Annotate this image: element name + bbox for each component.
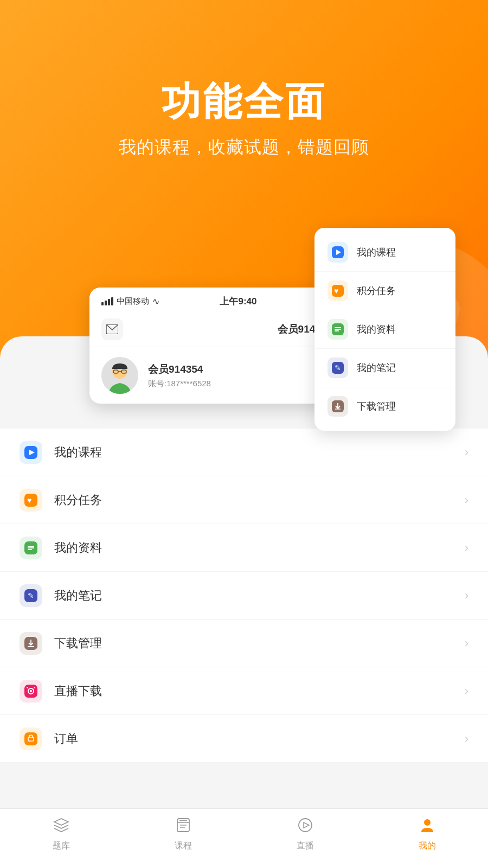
floating-notes-label: 我的笔记	[357, 361, 396, 374]
svg-rect-7	[335, 330, 339, 331]
svg-marker-47	[304, 822, 309, 828]
order-list-icon	[20, 727, 42, 750]
status-time: 上午9:40	[220, 295, 256, 308]
live-download-list-label: 直播下载	[54, 683, 102, 699]
svg-text:✎: ✎	[28, 591, 34, 600]
nav-label-mine: 我的	[419, 840, 436, 852]
list-item-left: 我的资料	[20, 537, 102, 559]
profile-account: 账号:187****6528	[148, 379, 211, 389]
svg-rect-30	[28, 549, 32, 550]
phone-card: 中国移动 ∿ 上午9:40 会员914354	[89, 288, 344, 404]
hero-title: 功能全面	[0, 76, 488, 128]
list-item-notes[interactable]: ✎ 我的笔记 ›	[0, 572, 488, 620]
play-circle-icon	[297, 817, 313, 837]
list-item-points[interactable]: ♥ 积分任务 ›	[0, 476, 488, 524]
download-list-label: 下载管理	[54, 635, 102, 652]
course-list-icon	[20, 441, 42, 464]
points-list-label: 积分任务	[54, 492, 102, 508]
wifi-icon: ∿	[152, 296, 159, 307]
nav-item-mine[interactable]: 我的	[419, 817, 436, 852]
svg-rect-39	[24, 732, 37, 745]
download-list-icon	[20, 632, 42, 655]
floating-menu-item-material[interactable]: 我的资料	[314, 310, 455, 349]
floating-menu-item-download[interactable]: 下载管理	[314, 387, 455, 425]
chevron-right-icon: ›	[465, 732, 468, 746]
order-list-label: 订单	[54, 731, 78, 747]
svg-point-38	[30, 690, 32, 692]
points-list-icon: ♥	[20, 489, 42, 512]
nav-item-question-bank[interactable]: 题库	[53, 817, 70, 852]
material-icon-box	[328, 319, 348, 340]
floating-course-label: 我的课程	[357, 246, 396, 259]
material-list-icon	[20, 537, 42, 559]
floating-points-label: 积分任务	[357, 284, 396, 297]
svg-point-48	[424, 819, 431, 826]
chevron-right-icon: ›	[465, 589, 468, 603]
list-item-material[interactable]: 我的资料 ›	[0, 524, 488, 572]
phone-header: 会员914354	[89, 312, 344, 347]
floating-menu: 我的课程 ♥ 积分任务 我的资料 ✎ 我的笔记	[314, 228, 455, 431]
nav-item-live[interactable]: 直播	[297, 817, 314, 852]
list-item-course[interactable]: 我的课程 ›	[0, 429, 488, 476]
list-item-left: 我的课程	[20, 441, 102, 464]
course-icon-box	[328, 242, 348, 263]
svg-rect-28	[28, 546, 34, 547]
list-item-left: 直播下载	[20, 680, 102, 703]
notes-list-label: 我的笔记	[54, 588, 102, 604]
material-list-label: 我的资料	[54, 540, 102, 556]
download-icon-box	[328, 396, 348, 417]
nav-label-question-bank: 题库	[53, 840, 70, 852]
svg-rect-6	[335, 329, 341, 330]
main-list: 我的课程 › ♥ 积分任务 ›	[0, 429, 488, 763]
nav-label-live: 直播	[297, 840, 314, 852]
nav-label-course: 课程	[175, 840, 192, 852]
list-item-left: 下载管理	[20, 632, 102, 655]
profile-name: 会员914354	[148, 362, 211, 376]
book-icon	[175, 817, 191, 837]
floating-material-label: 我的资料	[357, 323, 396, 336]
chevron-right-icon: ›	[465, 541, 468, 555]
floating-menu-item-points[interactable]: ♥ 积分任务	[314, 272, 455, 310]
signal-icon	[101, 297, 113, 305]
avatar	[101, 357, 138, 394]
status-left: 中国移动 ∿	[101, 296, 159, 307]
svg-rect-5	[335, 327, 341, 328]
list-item-order[interactable]: 订单 ›	[0, 715, 488, 763]
hero-subtitle: 我的课程，收藏试题，错题回顾	[0, 136, 488, 159]
svg-text:♥: ♥	[27, 496, 31, 505]
layers-icon	[53, 817, 69, 837]
course-list-label: 我的课程	[54, 444, 102, 461]
person-icon	[419, 817, 435, 837]
floating-menu-item-course[interactable]: 我的课程	[314, 233, 455, 272]
phone-profile: 会员914354 账号:187****6528	[89, 347, 344, 404]
carrier-name: 中国移动	[117, 296, 149, 307]
chevron-right-icon: ›	[465, 445, 468, 459]
floating-download-label: 下载管理	[357, 400, 396, 413]
notes-list-icon: ✎	[20, 584, 42, 607]
profile-info: 会员914354 账号:187****6528	[148, 362, 211, 389]
chevron-right-icon: ›	[465, 493, 468, 507]
svg-rect-43	[179, 820, 187, 821]
svg-rect-29	[28, 547, 34, 548]
points-icon-box: ♥	[328, 280, 348, 301]
notes-icon-box: ✎	[328, 358, 348, 378]
live-download-list-icon	[20, 680, 42, 703]
list-item-left: ✎ 我的笔记	[20, 584, 102, 607]
list-item-left: 订单	[20, 727, 78, 750]
mail-icon[interactable]	[101, 318, 123, 340]
nav-item-course[interactable]: 课程	[175, 817, 192, 852]
phone-status-bar: 中国移动 ∿ 上午9:40	[89, 288, 344, 312]
list-item-left: ♥ 积分任务	[20, 489, 102, 512]
chevron-right-icon: ›	[465, 684, 468, 698]
svg-text:✎: ✎	[335, 363, 341, 372]
svg-text:♥: ♥	[334, 286, 338, 295]
list-item-live-download[interactable]: 直播下载 ›	[0, 667, 488, 715]
bottom-nav: 题库 课程 直播	[0, 808, 488, 868]
floating-menu-item-notes[interactable]: ✎ 我的笔记	[314, 349, 455, 387]
list-item-download[interactable]: 下载管理 ›	[0, 620, 488, 667]
chevron-right-icon: ›	[465, 636, 468, 650]
